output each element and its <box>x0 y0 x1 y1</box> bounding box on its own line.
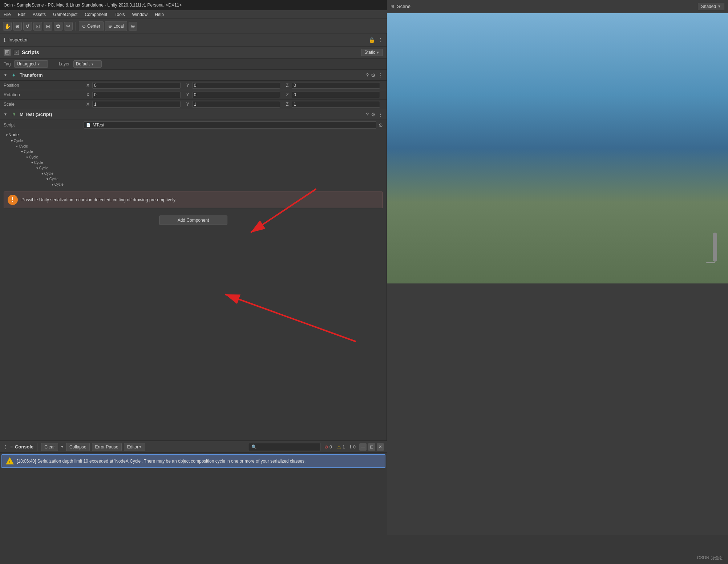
console-minimize-button[interactable]: — <box>359 443 367 451</box>
move-tool[interactable]: ⊕ <box>13 22 22 31</box>
cycle-5[interactable]: ▾ Cycle <box>0 160 387 165</box>
transform-menu-icon[interactable]: ⋮ <box>378 72 383 78</box>
scale-row: Scale X Y Z <box>0 100 387 109</box>
script-value-field[interactable]: 📄 MTest <box>84 121 376 129</box>
local-label: Local <box>113 24 124 29</box>
watermark: CSDN @金朝 <box>697 555 724 561</box>
scale-y-label: Y <box>186 102 191 107</box>
inspector-menu[interactable]: ⋮ <box>378 37 383 43</box>
cycle-4[interactable]: ▾ Cycle <box>0 154 387 160</box>
cycle-2[interactable]: ▾ Cycle <box>0 144 387 149</box>
static-button[interactable]: Static ▼ <box>361 49 383 56</box>
rotation-xyz: X Y Z <box>84 92 383 98</box>
position-z-label: Z <box>286 83 290 88</box>
static-chevron: ▼ <box>376 51 380 55</box>
tag-dropdown[interactable]: Untagged <box>14 60 48 68</box>
scale-y-input[interactable] <box>192 101 280 108</box>
object-header: ✓ Scripts Static ▼ <box>0 47 387 59</box>
cycle-3-arrow: ▾ Cycle <box>21 150 33 154</box>
log-row-1[interactable]: ! [18:06:40] Serialization depth limit 1… <box>1 454 385 468</box>
add-component-row: Add Component <box>0 211 387 229</box>
cycle-6[interactable]: ▾ Cycle <box>0 165 387 171</box>
position-label: Position <box>4 83 84 88</box>
transform-title: Transform <box>20 72 363 78</box>
warning-icon: ! <box>8 195 18 205</box>
menu-component[interactable]: Component <box>83 11 109 18</box>
console-maximize-button[interactable]: ⊡ <box>368 443 375 451</box>
error-pause-button[interactable]: Error Pause <box>92 443 122 451</box>
info-count-badge: ℹ 0 <box>348 444 357 450</box>
mtest-component-header[interactable]: ▼ # M Test (Script) ? ⚙ ⋮ <box>0 109 387 120</box>
menu-gameobject[interactable]: GameObject <box>52 11 79 18</box>
mtest-settings-icon[interactable]: ⚙ <box>371 112 376 117</box>
rotation-y-field: Y <box>183 92 283 98</box>
rotate-tool[interactable]: ↺ <box>23 22 32 31</box>
menu-window[interactable]: Window <box>130 11 149 18</box>
log-message-1: [18:06:40] Serialization depth limit 10 … <box>17 459 306 464</box>
log-warning-triangle: ! <box>6 457 14 465</box>
editor-button[interactable]: Editor ▼ <box>124 443 145 451</box>
mtest-help-icon[interactable]: ? <box>366 112 369 117</box>
shading-dropdown[interactable]: Shaded ▼ <box>698 3 724 10</box>
mtest-menu-icon[interactable]: ⋮ <box>378 112 383 117</box>
hand-tool[interactable]: ✋ <box>3 22 12 31</box>
console-sep-1 <box>37 443 37 451</box>
menu-assets[interactable]: Assets <box>31 11 47 18</box>
console-list-icon: ≡ <box>10 444 13 450</box>
layer-dropdown[interactable]: Default <box>73 60 102 68</box>
menu-file[interactable]: File <box>2 11 12 18</box>
editor-chevron: ▼ <box>138 445 142 449</box>
add-component-button[interactable]: Add Component <box>159 215 228 225</box>
console-close-button[interactable]: ✕ <box>377 443 384 451</box>
rotation-z-input[interactable] <box>292 92 380 98</box>
custom-tool[interactable]: ✂ <box>64 22 73 31</box>
mtest-title: M Test (Script) <box>20 112 363 117</box>
local-button[interactable]: ⊕ Local <box>105 21 127 31</box>
rotation-z-label: Z <box>286 92 290 97</box>
position-z-field: Z <box>283 82 383 89</box>
tag-value: Untagged <box>17 61 36 67</box>
position-x-input[interactable] <box>92 82 181 89</box>
active-checkbox[interactable]: ✓ <box>14 50 19 55</box>
cycle-8[interactable]: ▾ Cycle <box>0 176 387 182</box>
tag-label: Tag <box>4 61 11 67</box>
warning-icon: ⚠ <box>337 444 341 450</box>
cycle-3[interactable]: ▾ Cycle <box>0 149 387 154</box>
node-label: Node <box>8 132 19 137</box>
menu-edit[interactable]: Edit <box>16 11 27 18</box>
console-menu[interactable]: ⋮ <box>3 444 8 450</box>
position-x-field: X <box>84 82 183 89</box>
clear-chevron[interactable]: ▼ <box>60 445 64 449</box>
center-button[interactable]: ⊙ Center <box>79 21 104 31</box>
cycle-9[interactable]: ▾ Cycle <box>0 182 387 187</box>
transform-help-icon[interactable]: ? <box>366 72 369 78</box>
transform-tool[interactable]: ✿ <box>54 22 62 31</box>
console-log[interactable]: ! [18:06:40] Serialization depth limit 1… <box>0 453 387 535</box>
clear-button[interactable]: Clear <box>41 443 58 451</box>
error-count-badge: ⊘ 0 <box>323 444 333 450</box>
scale-z-input[interactable] <box>292 101 380 108</box>
rect-tool[interactable]: ⊞ <box>44 22 52 31</box>
scene-element-1 <box>713 233 717 262</box>
tag-layer-row: Tag Untagged Layer Default <box>0 59 387 70</box>
rotation-y-input[interactable] <box>192 92 280 98</box>
transform-settings-icon[interactable]: ⚙ <box>371 72 376 78</box>
transform-component-header[interactable]: ▼ ✦ Transform ? ⚙ ⋮ <box>0 70 387 81</box>
menu-help[interactable]: Help <box>153 11 165 18</box>
lock-icon[interactable]: 🔒 <box>369 37 375 43</box>
cycle-1[interactable]: ▾ Cycle <box>0 138 387 144</box>
collapse-button[interactable]: Collapse <box>66 443 90 451</box>
extra-tool[interactable]: ⊕ <box>129 22 137 31</box>
cycle-7[interactable]: ▾ Cycle <box>0 171 387 176</box>
scale-tool[interactable]: ⊡ <box>33 22 42 31</box>
scene-viewport[interactable] <box>387 13 728 283</box>
menu-tools[interactable]: Tools <box>113 11 126 18</box>
rotation-x-input[interactable] <box>92 92 181 98</box>
position-y-input[interactable] <box>192 82 280 89</box>
inspector-info-icon: ℹ <box>4 37 5 43</box>
position-z-input[interactable] <box>292 82 380 89</box>
console-search-input[interactable] <box>248 443 321 451</box>
node-root[interactable]: ▾ Node <box>0 132 387 138</box>
scale-x-input[interactable] <box>92 101 181 108</box>
script-target-icon[interactable]: ⊙ <box>379 122 383 128</box>
